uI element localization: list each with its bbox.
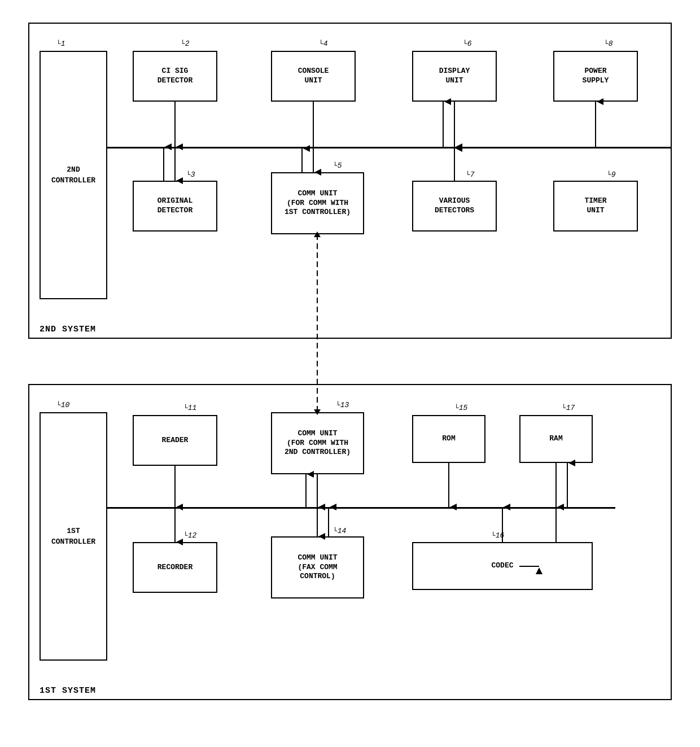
display-unit-label: DISPLAYUNIT	[439, 67, 470, 86]
reader-box: READER	[133, 415, 217, 466]
recorder-box: RECORDER	[133, 542, 217, 593]
codec-label: CODEC	[491, 561, 513, 571]
comm-unit-fax-box: COMM UNIT(FAX COMMCONTROL)	[271, 536, 364, 599]
first-controller-box: 1STCONTROLLER	[40, 412, 107, 661]
ref-6: └6	[463, 40, 472, 48]
ref-16: └16	[491, 531, 504, 540]
timer-unit-label: TIMERUNIT	[584, 196, 606, 216]
diagram-container: 2ND SYSTEM 1ST SYSTEM 2NDCONTROLLER └1 C…	[28, 23, 672, 723]
power-supply-label: POWERSUPPLY	[583, 67, 609, 86]
ref-10: └10	[56, 401, 69, 409]
ref-2: └2	[181, 40, 190, 48]
comm-unit-1st-label: COMM UNIT(FOR COMM WITH1ST CONTROLLER)	[285, 189, 351, 218]
ref-15: └15	[454, 404, 467, 412]
rom-box: ROM	[412, 415, 485, 463]
ref-8: └8	[604, 40, 613, 48]
ref-12: └12	[183, 531, 196, 540]
recorder-label: RECORDER	[158, 563, 193, 573]
ref-5: └5	[333, 161, 342, 170]
comm-unit-2nd-label: COMM UNIT(FOR COMM WITH2ND CONTROLLER)	[285, 429, 351, 458]
ram-box: RAM	[519, 415, 593, 463]
second-controller-box: 2NDCONTROLLER	[40, 51, 107, 299]
power-supply-box: POWERSUPPLY	[553, 51, 638, 102]
various-detectors-label: VARIOUSDETECTORS	[435, 196, 474, 216]
original-detector-box: ORIGINALDETECTOR	[133, 181, 217, 231]
display-unit-box: DISPLAYUNIT	[412, 51, 497, 102]
ref-4: └4	[319, 40, 328, 48]
ram-label: RAM	[549, 434, 562, 444]
ref-17: └17	[562, 404, 575, 412]
first-bus-line	[107, 507, 615, 509]
ref-11: └11	[183, 404, 196, 412]
console-unit-box: CONSOLEUNIT	[271, 51, 356, 102]
ref-3: └3	[186, 171, 195, 179]
second-controller-label: 2NDCONTROLLER	[51, 164, 95, 186]
ci-sig-detector-label: CI SIGDETECTOR	[158, 67, 193, 86]
ref-7: └7	[466, 171, 475, 179]
comm-unit-1st-box: COMM UNIT(FOR COMM WITH1ST CONTROLLER)	[271, 172, 364, 234]
comm-unit-fax-label: COMM UNIT(FAX COMMCONTROL)	[298, 553, 337, 582]
first-system-label: 1ST SYSTEM	[40, 686, 96, 696]
second-system-label: 2ND SYSTEM	[40, 325, 96, 334]
codec-box: CODEC	[412, 542, 593, 590]
ci-sig-detector-box: CI SIGDETECTOR	[133, 51, 217, 102]
original-detector-label: ORIGINALDETECTOR	[158, 196, 193, 216]
first-controller-label: 1STCONTROLLER	[51, 526, 95, 548]
console-unit-label: CONSOLEUNIT	[298, 67, 329, 86]
various-detectors-box: VARIOUSDETECTORS	[412, 181, 497, 231]
ref-9: └9	[607, 171, 616, 179]
comm-unit-2nd-box: COMM UNIT(FOR COMM WITH2ND CONTROLLER)	[271, 412, 364, 474]
second-bus-line	[107, 147, 672, 148]
ref-14: └14	[333, 527, 346, 535]
timer-unit-box: TIMERUNIT	[553, 181, 638, 231]
ref-13: └13	[336, 401, 349, 409]
ref-1: └1	[56, 40, 65, 48]
reader-label: READER	[162, 436, 189, 445]
rom-label: ROM	[442, 434, 455, 444]
